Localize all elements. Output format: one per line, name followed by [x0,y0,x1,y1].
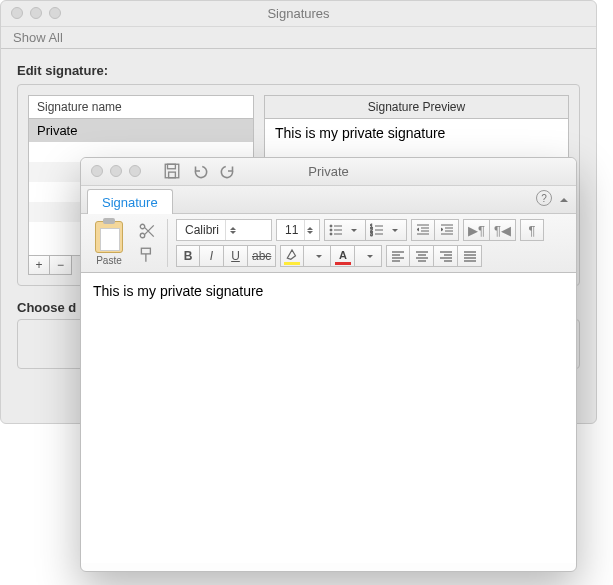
tab-right-controls: ? [536,190,568,206]
ribbon-separator [167,219,168,267]
editor-zoom-button[interactable] [129,165,141,177]
editor-tab-row: Signature ? [81,186,576,214]
traffic-lights [11,7,61,19]
svg-point-8 [330,229,332,231]
close-window-button[interactable] [11,7,23,19]
font-name-value: Calibri [185,223,219,237]
chevron-down-icon [388,220,402,240]
indent-button[interactable] [435,219,459,241]
chevron-down-icon [363,246,377,266]
list-group: 123 [324,219,407,241]
cut-copy-group [135,222,159,264]
help-icon[interactable]: ? [536,190,552,206]
paste-label: Paste [96,255,122,266]
tab-signature[interactable]: Signature [87,189,173,214]
underline-button[interactable]: U [224,245,248,267]
font-color-swatch [335,262,351,265]
italic-button[interactable]: I [200,245,224,267]
editor-titlebar: Private [81,158,576,186]
align-center-button[interactable] [410,245,434,267]
font-style-group: B I U abc [176,245,276,267]
show-all-button[interactable]: Show All [1,27,596,49]
chevron-updown-icon [225,220,239,240]
align-group [386,245,482,267]
signature-preview-header: Signature Preview [264,95,569,119]
editor-close-button[interactable] [91,165,103,177]
ltr-button[interactable]: ▶¶ [463,219,490,241]
show-formatting-button[interactable]: ¶ [520,219,544,241]
font-size-dropdown[interactable]: 11 [276,219,320,241]
main-titlebar: Signatures [1,1,596,27]
font-name-dropdown[interactable]: Calibri [176,219,272,241]
redo-icon[interactable] [219,162,237,180]
align-right-button[interactable] [434,245,458,267]
chevron-down-icon [347,220,361,240]
zoom-window-button[interactable] [49,7,61,19]
rtl-button[interactable]: ¶◀ [490,219,516,241]
editor-window-title: Private [81,158,576,186]
add-signature-button[interactable]: + [28,255,50,275]
editor-quick-toolbar [163,162,237,180]
svg-point-6 [330,225,332,227]
color-group: A [280,245,382,267]
format-painter-icon[interactable] [138,246,156,264]
highlight-swatch [284,262,300,265]
highlight-color-menu[interactable] [304,245,331,267]
clipboard-icon[interactable] [95,221,123,253]
editor-minimize-button[interactable] [110,165,122,177]
svg-point-3 [140,233,145,238]
editor-traffic-lights [91,165,141,177]
svg-point-10 [330,233,332,235]
bold-button[interactable]: B [176,245,200,267]
signature-name-header: Signature name [28,95,254,118]
scissors-icon[interactable] [138,222,156,240]
font-color-menu[interactable] [355,245,382,267]
chevron-updown-icon [304,220,315,240]
svg-point-4 [140,224,145,229]
undo-icon[interactable] [191,162,209,180]
highlight-color-button[interactable] [280,245,304,267]
svg-text:3: 3 [370,231,373,237]
direction-group: ▶¶ ¶◀ [463,219,516,241]
font-size-value: 11 [285,223,298,237]
strikethrough-button[interactable]: abc [248,245,276,267]
edit-signature-label: Edit signature: [17,63,580,78]
chevron-down-icon [312,246,326,266]
align-justify-button[interactable] [458,245,482,267]
bullet-list-button[interactable] [324,219,366,241]
save-icon[interactable] [163,162,181,180]
editor-body[interactable]: This is my private signature [81,273,576,563]
collapse-ribbon-icon[interactable] [560,194,568,202]
indent-group [411,219,459,241]
numbered-list-button[interactable]: 123 [366,219,407,241]
outdent-button[interactable] [411,219,435,241]
paste-group: Paste [87,221,131,266]
signature-editor-window: Private Signature ? Paste [80,157,577,572]
svg-rect-5 [141,248,150,254]
minimize-window-button[interactable] [30,7,42,19]
svg-rect-2 [169,172,176,178]
font-color-button[interactable]: A [331,245,355,267]
ribbon: Paste Calibri 11 [81,214,576,273]
align-left-button[interactable] [386,245,410,267]
window-title: Signatures [1,1,596,27]
signature-row[interactable]: Private [29,119,253,142]
remove-signature-button[interactable]: − [50,255,72,275]
svg-rect-1 [168,164,176,169]
